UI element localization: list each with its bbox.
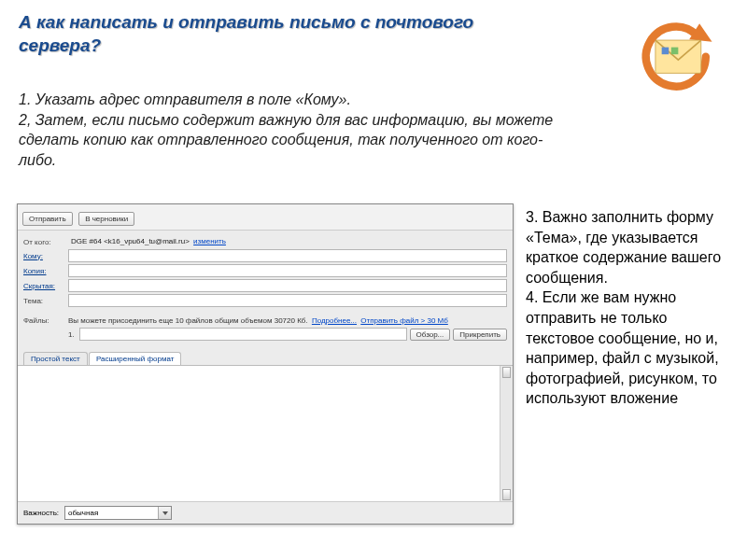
from-label: От кого: <box>23 238 68 246</box>
priority-value: обычная <box>68 509 98 517</box>
tab-rich-text[interactable]: Расширенный формат <box>89 352 182 365</box>
file-index: 1. <box>68 330 79 339</box>
to-label[interactable]: Кому: <box>23 252 68 260</box>
attach-button[interactable]: Прикрепить <box>453 329 507 341</box>
message-body[interactable] <box>18 365 513 501</box>
send-button[interactable]: Отправить <box>22 212 73 226</box>
compose-window: Отправить В черновики От кого: DGE #64 <… <box>17 203 514 525</box>
subject-input[interactable] <box>68 294 507 307</box>
svg-rect-2 <box>671 48 679 55</box>
change-from-link[interactable]: изменить <box>193 237 226 245</box>
files-hint-row: Вы можете присоединить еще 10 файлов общ… <box>68 316 507 325</box>
save-draft-button[interactable]: В черновики <box>78 212 134 226</box>
subject-label: Тема: <box>23 297 68 305</box>
to-input[interactable] <box>68 249 507 262</box>
cc-input[interactable] <box>68 264 507 277</box>
compose-headers: От кого: DGE #64 <k16_vpu64_tu@mail.ru> … <box>18 231 513 350</box>
compose-toolbar: Отправить В черновики <box>18 204 513 231</box>
files-label: Файлы: <box>23 316 68 325</box>
slide-title: А как написать и отправить письмо с почт… <box>19 11 523 57</box>
file-path-input[interactable] <box>79 328 407 341</box>
browse-button[interactable]: Обзор... <box>410 329 451 341</box>
mail-refresh-icon <box>628 21 726 95</box>
svg-rect-1 <box>662 48 669 55</box>
compose-footer: Важность: обычная <box>18 501 513 524</box>
bcc-label[interactable]: Скрытая: <box>23 282 68 290</box>
bcc-input[interactable] <box>68 279 507 292</box>
files-more-link[interactable]: Подробнее... <box>312 316 357 325</box>
from-address: DGE #64 <k16_vpu64_tu@mail.ru> <box>71 237 190 245</box>
tab-plain-text[interactable]: Простой текст <box>23 352 88 365</box>
files-big-link[interactable]: Отправить файл > 30 Мб <box>360 316 448 325</box>
priority-label: Важность: <box>23 509 59 517</box>
intro-text: 1. Указать адрес отправителя в поле «Ком… <box>19 90 579 170</box>
priority-select[interactable]: обычная <box>64 506 172 520</box>
steps-3-4: 3. Важно заполнить форму «Тема», где ука… <box>526 207 731 409</box>
scrollbar[interactable] <box>500 366 513 501</box>
chevron-down-icon <box>158 507 171 519</box>
files-hint: Вы можете присоединить еще 10 файлов общ… <box>68 316 308 325</box>
from-value: DGE #64 <k16_vpu64_tu@mail.ru> изменить <box>68 236 507 247</box>
cc-label[interactable]: Копия: <box>23 267 68 275</box>
editor-tabs: Простой текст Расширенный формат <box>18 350 513 365</box>
